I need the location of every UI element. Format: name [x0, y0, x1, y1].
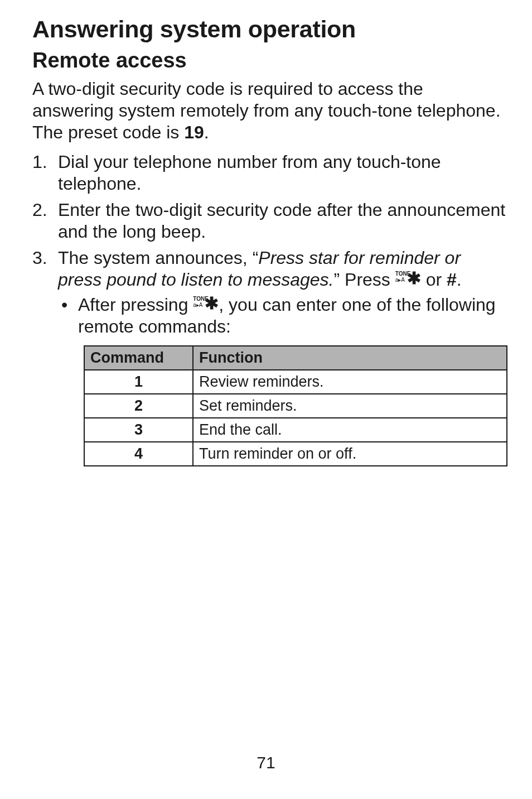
- star-glyph: ✱: [407, 270, 421, 287]
- tone-sublabel: a▸A: [395, 277, 405, 283]
- fn-cell: Turn reminder on or off.: [193, 442, 507, 466]
- cmd-cell: 1: [84, 370, 193, 394]
- table-header-row: Command Function: [84, 346, 507, 370]
- bullet-item: After pressing TONEa▸A✱, you can enter o…: [58, 294, 506, 338]
- table-row: 1 Review reminders.: [84, 370, 507, 394]
- step-3: The system announces, “Press star for re…: [32, 247, 506, 466]
- tone-star-icon: TONEa▸A✱: [395, 271, 421, 288]
- star-glyph: ✱: [205, 295, 219, 312]
- cmd-cell: 4: [84, 442, 193, 466]
- table-row: 4 Turn reminder on or off.: [84, 442, 507, 466]
- table-row: 2 Set reminders.: [84, 394, 507, 418]
- intro-text-b: .: [204, 122, 209, 142]
- cmd-cell: 3: [84, 418, 193, 442]
- page-title: Answering system operation: [32, 16, 506, 43]
- table-row: 3 End the call.: [84, 418, 507, 442]
- section-title: Remote access: [32, 49, 506, 73]
- page: Answering system operation Remote access…: [0, 0, 532, 799]
- commands-table: Command Function 1 Review reminders. 2 S…: [84, 345, 507, 466]
- intro-text-a: A two-digit security code is required to…: [32, 79, 501, 142]
- intro-paragraph: A two-digit security code is required to…: [32, 78, 506, 143]
- step3-text-c: or: [421, 269, 447, 290]
- page-number: 71: [0, 753, 532, 772]
- cmd-cell: 2: [84, 394, 193, 418]
- fn-cell: Set reminders.: [193, 394, 507, 418]
- col-header-function: Function: [193, 346, 507, 370]
- step3-text-b: ” Press: [334, 269, 395, 290]
- hash-key: #: [447, 269, 457, 290]
- step-1: Dial your telephone number from any touc…: [32, 151, 506, 195]
- step-2: Enter the two-digit security code after …: [32, 199, 506, 243]
- tone-star-icon: TONEa▸A✱: [193, 296, 219, 313]
- col-header-command: Command: [84, 346, 193, 370]
- step3-text-a: The system announces, “: [58, 248, 258, 268]
- fn-cell: End the call.: [193, 418, 507, 442]
- steps-list: Dial your telephone number from any touc…: [32, 151, 506, 466]
- fn-cell: Review reminders.: [193, 370, 507, 394]
- preset-code: 19: [184, 122, 204, 142]
- bullet-text-a: After pressing: [78, 295, 193, 315]
- bullet-list: After pressing TONEa▸A✱, you can enter o…: [58, 294, 506, 338]
- step3-text-d: .: [457, 269, 462, 290]
- tone-sublabel: a▸A: [193, 302, 202, 308]
